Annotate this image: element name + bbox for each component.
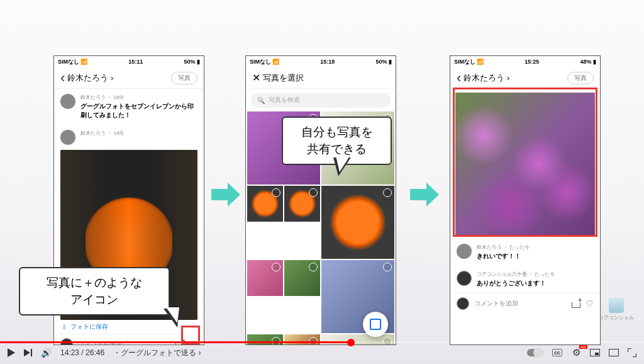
avatar bbox=[60, 94, 75, 109]
logo-icon bbox=[609, 298, 624, 313]
sim-status: SIMなし bbox=[454, 58, 475, 66]
status-bar: SIMなし 15:18 50% ▮ bbox=[246, 56, 396, 67]
grid-photo bbox=[284, 260, 320, 296]
post-text: グーグルフォトをセブンイレブンから印刷してみました！ bbox=[80, 102, 197, 120]
battery: 48% ▮ bbox=[580, 59, 596, 65]
avatar bbox=[457, 244, 472, 259]
autoplay-toggle[interactable] bbox=[527, 349, 543, 356]
nav-title: 鈴木たろう › bbox=[464, 72, 509, 84]
download-icon bbox=[62, 324, 67, 331]
avatar bbox=[60, 130, 75, 145]
nav-bar: 鈴木たろう › 写真 bbox=[450, 67, 600, 89]
status-bar: SIMなし 15:11 50% ▮ bbox=[54, 56, 204, 67]
post: コアコンシェル六十番 ・ たった今 ありがとうございます！ bbox=[450, 266, 600, 293]
callout-tail bbox=[333, 157, 351, 176]
arrow-right-icon bbox=[210, 179, 242, 210]
subtitles-button[interactable]: cc bbox=[552, 349, 562, 356]
sim-status: SIMなし bbox=[58, 58, 79, 66]
add-photo-icon bbox=[572, 299, 580, 308]
arrow-right-icon bbox=[409, 179, 440, 210]
highlight-box-add-icon bbox=[181, 326, 200, 344]
grid-photo bbox=[396, 260, 396, 333]
grid-photo bbox=[247, 260, 283, 296]
nav-bar: 写真を選択 bbox=[246, 67, 396, 89]
progress-played bbox=[0, 341, 351, 343]
miniplayer-button[interactable] bbox=[590, 348, 600, 358]
post-meta: 鈴木たろう ・ 18分 bbox=[80, 94, 197, 101]
highlight-box-shared-photo bbox=[453, 88, 597, 237]
battery: 50% ▮ bbox=[375, 59, 392, 65]
grid-photo bbox=[321, 186, 394, 259]
heart-icon bbox=[586, 298, 594, 309]
theater-button[interactable] bbox=[609, 348, 619, 358]
clock: 15:18 bbox=[320, 59, 335, 65]
volume-button[interactable] bbox=[41, 347, 52, 358]
nav-title: 鈴木たろう › bbox=[67, 72, 113, 84]
chapter-title[interactable]: ・グーグルフォトで送る bbox=[113, 348, 201, 358]
time-display: 14:23 / 26:46 bbox=[60, 348, 104, 357]
post: 鈴木たろう ・ 18分 bbox=[54, 125, 204, 150]
back-icon bbox=[60, 71, 65, 85]
search-placeholder: 写真を検索 bbox=[269, 96, 300, 105]
logo-text: コアコンシェル bbox=[599, 314, 634, 321]
grid-photo bbox=[284, 186, 320, 222]
grid-photo bbox=[396, 186, 396, 259]
sim-status: SIMなし bbox=[250, 58, 271, 66]
post-text: ありがとうございます！ bbox=[477, 279, 594, 288]
close-icon bbox=[252, 72, 260, 84]
comment-input: コメントを追加 bbox=[474, 299, 567, 308]
fullscreen-button[interactable] bbox=[628, 348, 636, 357]
wifi-icon bbox=[477, 59, 484, 65]
clock: 15:25 bbox=[525, 59, 539, 65]
post-meta: 鈴木たろう ・ 18分 bbox=[80, 130, 197, 137]
search-bar: 写真を検索 bbox=[251, 93, 391, 108]
wifi-icon bbox=[272, 59, 279, 65]
post: 鈴木たろう ・ 18分 グーグルフォトをセブンイレブンから印刷してみました！ bbox=[54, 89, 204, 125]
slide-content: SIMなし 15:11 50% ▮ 鈴木たろう › 写真 鈴木たろう ・ 18分… bbox=[0, 0, 644, 346]
post-text: きれいです！！ bbox=[477, 252, 594, 261]
phone-screenshot-2: SIMなし 15:18 50% ▮ 写真を選択 写真を検索 bbox=[245, 55, 396, 345]
next-button[interactable] bbox=[24, 349, 32, 356]
post-meta: コアコンシェル六十番 ・ たった今 bbox=[477, 271, 594, 278]
play-button[interactable] bbox=[8, 348, 15, 357]
settings-button[interactable]: HD bbox=[571, 348, 581, 358]
wifi-icon bbox=[80, 59, 87, 65]
scan-fab bbox=[363, 312, 388, 337]
grid-photo bbox=[247, 186, 283, 222]
hd-badge: HD bbox=[579, 345, 587, 349]
photo-chip: 写真 bbox=[567, 72, 594, 84]
avatar-self bbox=[457, 297, 469, 310]
back-icon bbox=[457, 71, 461, 85]
clock: 15:11 bbox=[128, 59, 143, 65]
post: 鈴木たろう ・ たった今 きれいです！！ bbox=[450, 239, 600, 266]
callout-tail bbox=[164, 309, 180, 327]
post-meta: 鈴木たろう ・ たった今 bbox=[477, 244, 594, 251]
nav-bar: 鈴木たろう › 写真 bbox=[54, 67, 204, 89]
nav-title: 写真を選択 bbox=[263, 72, 304, 84]
channel-logo: コアコンシェル bbox=[599, 298, 634, 321]
battery: 50% ▮ bbox=[184, 59, 200, 65]
avatar bbox=[457, 271, 472, 286]
comment-row: コメントを追加 bbox=[450, 293, 600, 314]
search-icon bbox=[257, 97, 265, 104]
callout-add-icon: 写真に＋のようなアイコン bbox=[19, 267, 170, 316]
status-bar: SIMなし 15:25 48% ▮ bbox=[450, 56, 600, 67]
grid-photo bbox=[396, 111, 396, 185]
photo-chip: 写真 bbox=[171, 72, 197, 84]
